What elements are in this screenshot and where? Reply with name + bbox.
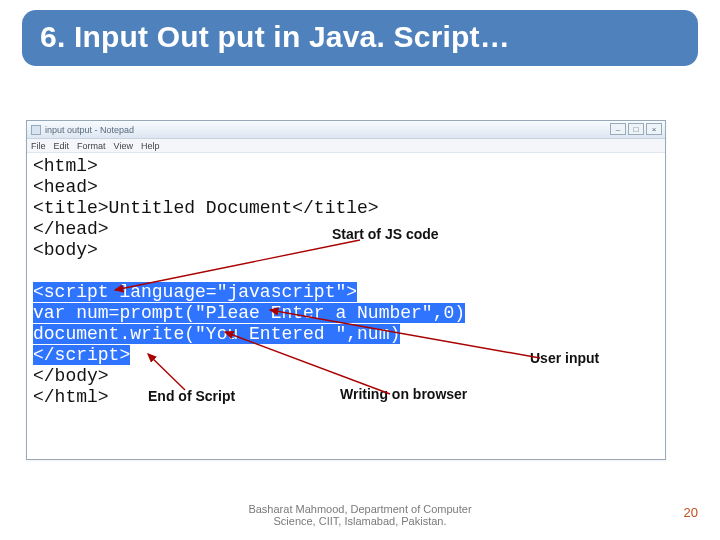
- code-line: <html>: [33, 156, 98, 176]
- footer-text: Basharat Mahmood, Department of Computer…: [230, 503, 490, 528]
- menu-view[interactable]: View: [114, 141, 133, 151]
- code-line-highlighted: var num=prompt("Pleae Enter a Number",0): [33, 303, 465, 323]
- slide-footer: Basharat Mahmood, Department of Computer…: [0, 503, 720, 528]
- notepad-window-title: input output - Notepad: [45, 125, 134, 135]
- code-line: </head>: [33, 219, 109, 239]
- notepad-icon: [31, 125, 41, 135]
- page-number: 20: [684, 505, 698, 520]
- menu-file[interactable]: File: [31, 141, 46, 151]
- close-button[interactable]: ×: [646, 123, 662, 135]
- slide-title-bar: 6. Input Out put in Java. Script…: [22, 10, 698, 66]
- annotation-end-script: End of Script: [148, 388, 235, 404]
- code-line: <title>Untitled Document</title>: [33, 198, 379, 218]
- code-line-highlighted: <script language="javascript">: [33, 282, 357, 302]
- notepad-window: input output - Notepad – □ × File Edit F…: [26, 120, 666, 460]
- code-line: </html>: [33, 387, 109, 407]
- menu-format[interactable]: Format: [77, 141, 106, 151]
- menu-help[interactable]: Help: [141, 141, 160, 151]
- notepad-content[interactable]: <html> <head> <title>Untitled Document</…: [27, 153, 665, 411]
- annotation-start-js: Start of JS code: [330, 226, 441, 242]
- menu-edit[interactable]: Edit: [54, 141, 70, 151]
- notepad-menubar: File Edit Format View Help: [27, 139, 665, 153]
- annotation-user-input: User input: [530, 350, 599, 366]
- code-line-highlighted: </script>: [33, 345, 130, 365]
- slide-title: 6. Input Out put in Java. Script…: [40, 20, 680, 54]
- notepad-titlebar: input output - Notepad – □ ×: [27, 121, 665, 139]
- annotation-writing: Writing on browser: [340, 386, 467, 402]
- code-line: </body>: [33, 366, 109, 386]
- window-controls: – □ ×: [610, 123, 662, 135]
- maximize-button[interactable]: □: [628, 123, 644, 135]
- code-line: <body>: [33, 240, 98, 260]
- minimize-button[interactable]: –: [610, 123, 626, 135]
- code-line: <head>: [33, 177, 98, 197]
- code-line-highlighted: document.write("You Entered ",num): [33, 324, 400, 344]
